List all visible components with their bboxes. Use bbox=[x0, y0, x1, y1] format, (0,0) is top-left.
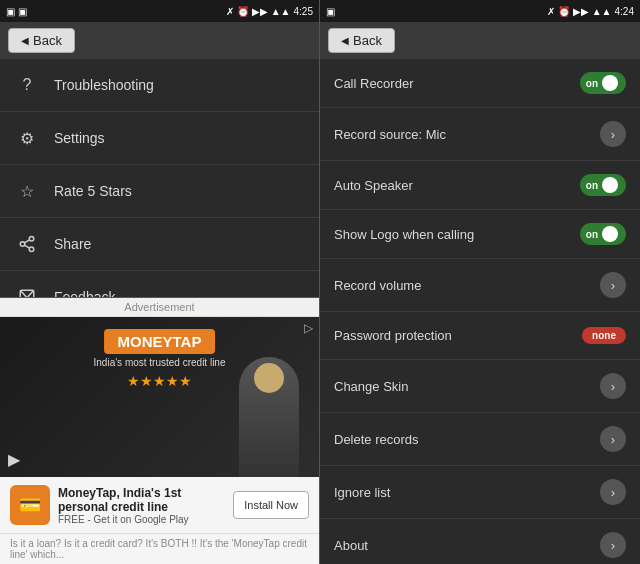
ad-info: 💳 MoneyTap, India's 1st personal credit … bbox=[0, 477, 319, 533]
setting-call-recorder[interactable]: Call Recorder on bbox=[320, 59, 640, 108]
about-label: About bbox=[334, 538, 368, 553]
settings-list: Call Recorder on Record source: Mic › Au… bbox=[320, 59, 640, 564]
ad-banner[interactable]: MONEYTAP India's most trusted credit lin… bbox=[0, 317, 319, 477]
change-skin-chevron[interactable]: › bbox=[600, 373, 626, 399]
about-chevron[interactable]: › bbox=[600, 532, 626, 558]
change-skin-label: Change Skin bbox=[334, 379, 408, 394]
ad-app-icon: 💳 bbox=[10, 485, 50, 525]
status-bar-right-icons: ✗ ⏰ ▶▶ ▲▲ 4:25 bbox=[226, 6, 313, 17]
right-signal-icons: ✗ ⏰ ▶▶ ▲▲ bbox=[547, 6, 611, 17]
record-source-chevron[interactable]: › bbox=[600, 121, 626, 147]
menu-item-troubleshooting[interactable]: ? Troubleshooting bbox=[0, 59, 319, 112]
ad-disclaimer: Is it a loan? Is it a credit card? It's … bbox=[0, 533, 319, 564]
svg-point-2 bbox=[29, 247, 34, 252]
auto-speaker-label: Auto Speaker bbox=[334, 178, 413, 193]
delete-records-chevron[interactable]: › bbox=[600, 426, 626, 452]
status-bar-right: ▣ ✗ ⏰ ▶▶ ▲▲ 4:24 bbox=[320, 0, 640, 22]
setting-password-protection[interactable]: Password protection none bbox=[320, 312, 640, 360]
svg-point-0 bbox=[29, 237, 34, 242]
menu-item-feedback[interactable]: Feedback bbox=[0, 271, 319, 297]
setting-record-volume[interactable]: Record volume › bbox=[320, 259, 640, 312]
install-button[interactable]: Install Now bbox=[233, 491, 309, 519]
ad-banner-inner: MONEYTAP India's most trusted credit lin… bbox=[0, 317, 319, 477]
ad-title: MoneyTap, India's 1st personal credit li… bbox=[58, 486, 225, 514]
ad-section: Advertisement MONEYTAP India's most trus… bbox=[0, 297, 319, 564]
auto-speaker-toggle[interactable]: on bbox=[580, 174, 626, 196]
back-button-left[interactable]: Back bbox=[8, 28, 75, 53]
feedback-label: Feedback bbox=[54, 289, 115, 297]
ad-person-image bbox=[239, 357, 299, 477]
right-notification-icon: ▣ bbox=[326, 6, 335, 17]
star-icon: ☆ bbox=[14, 178, 40, 204]
share-icon bbox=[14, 231, 40, 257]
status-bar-right-left-icons: ▣ bbox=[326, 6, 335, 17]
menu-item-settings[interactable]: ⚙ Settings bbox=[0, 112, 319, 165]
status-bar-right-right-icons: ✗ ⏰ ▶▶ ▲▲ 4:24 bbox=[547, 6, 634, 17]
signal-icons: ✗ ⏰ ▶▶ ▲▲ bbox=[226, 6, 290, 17]
record-source-label: Record source: Mic bbox=[334, 127, 446, 142]
left-panel-header: Back bbox=[0, 22, 319, 59]
menu-item-share[interactable]: Share bbox=[0, 218, 319, 271]
menu-list: ? Troubleshooting ⚙ Settings ☆ Rate 5 St… bbox=[0, 59, 319, 297]
record-volume-chevron[interactable]: › bbox=[600, 272, 626, 298]
feedback-icon bbox=[14, 284, 40, 297]
moneytap-logo: MONEYTAP bbox=[104, 329, 216, 354]
password-protection-label: Password protection bbox=[334, 328, 452, 343]
svg-point-1 bbox=[20, 242, 25, 247]
show-logo-label: Show Logo when calling bbox=[334, 227, 474, 242]
status-bar-left-icons: ▣ ▣ bbox=[6, 6, 27, 17]
call-recorder-toggle[interactable]: on bbox=[580, 72, 626, 94]
moneytap-tagline: India's most trusted credit line bbox=[94, 357, 226, 368]
menu-item-rate[interactable]: ☆ Rate 5 Stars bbox=[0, 165, 319, 218]
ignore-list-chevron[interactable]: › bbox=[600, 479, 626, 505]
ignore-list-label: Ignore list bbox=[334, 485, 390, 500]
setting-auto-speaker[interactable]: Auto Speaker on bbox=[320, 161, 640, 210]
ad-text: MoneyTap, India's 1st personal credit li… bbox=[58, 486, 225, 525]
setting-delete-records[interactable]: Delete records › bbox=[320, 413, 640, 466]
record-volume-label: Record volume bbox=[334, 278, 421, 293]
back-button-right[interactable]: Back bbox=[328, 28, 395, 53]
status-bar-left: ▣ ▣ ✗ ⏰ ▶▶ ▲▲ 4:25 bbox=[0, 0, 319, 22]
setting-show-logo[interactable]: Show Logo when calling on bbox=[320, 210, 640, 259]
troubleshooting-label: Troubleshooting bbox=[54, 77, 154, 93]
settings-label: Settings bbox=[54, 130, 105, 146]
setting-about[interactable]: About › bbox=[320, 519, 640, 564]
play-icon[interactable]: ▶ bbox=[8, 450, 20, 469]
stars-rating: ★★★★★ bbox=[127, 373, 192, 389]
call-recorder-label: Call Recorder bbox=[334, 76, 413, 91]
right-time-display: 4:24 bbox=[615, 6, 634, 17]
setting-record-source[interactable]: Record source: Mic › bbox=[320, 108, 640, 161]
time-display: 4:25 bbox=[294, 6, 313, 17]
svg-rect-5 bbox=[20, 290, 34, 297]
notification-icon: ▣ ▣ bbox=[6, 6, 27, 17]
password-badge[interactable]: none bbox=[582, 327, 626, 344]
left-panel: ▣ ▣ ✗ ⏰ ▶▶ ▲▲ 4:25 Back ? Troubleshootin… bbox=[0, 0, 320, 564]
troubleshooting-icon: ? bbox=[14, 72, 40, 98]
delete-records-label: Delete records bbox=[334, 432, 419, 447]
rate-label: Rate 5 Stars bbox=[54, 183, 132, 199]
settings-icon: ⚙ bbox=[14, 125, 40, 151]
svg-line-4 bbox=[24, 240, 29, 243]
svg-line-3 bbox=[24, 245, 29, 248]
ad-person-head bbox=[254, 363, 284, 393]
ad-skip-icon[interactable]: ▷ bbox=[304, 321, 313, 335]
show-logo-toggle[interactable]: on bbox=[580, 223, 626, 245]
right-panel-header: Back bbox=[320, 22, 640, 59]
ad-label: Advertisement bbox=[0, 298, 319, 317]
ad-subtitle: FREE - Get it on Google Play bbox=[58, 514, 225, 525]
share-label: Share bbox=[54, 236, 91, 252]
right-panel: ▣ ✗ ⏰ ▶▶ ▲▲ 4:24 Back Call Recorder on R… bbox=[320, 0, 640, 564]
setting-change-skin[interactable]: Change Skin › bbox=[320, 360, 640, 413]
setting-ignore-list[interactable]: Ignore list › bbox=[320, 466, 640, 519]
